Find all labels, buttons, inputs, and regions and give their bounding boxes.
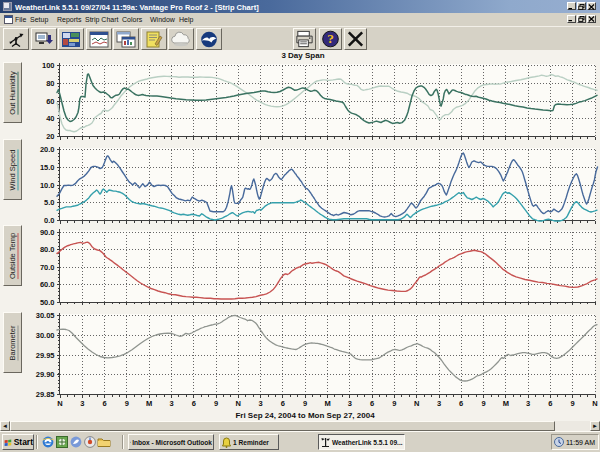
svg-text:90.0: 90.0	[40, 228, 55, 237]
svg-text:6: 6	[281, 399, 285, 408]
svg-text:M: M	[324, 399, 330, 408]
svg-text:60: 60	[46, 97, 54, 106]
svg-text:N: N	[236, 399, 241, 408]
svg-text:10.0: 10.0	[40, 181, 55, 190]
svg-text:9: 9	[392, 399, 396, 408]
svg-text:9: 9	[571, 399, 575, 408]
svg-text:3: 3	[259, 399, 263, 408]
svg-text:30.00: 30.00	[36, 331, 55, 340]
svg-text:29.85: 29.85	[36, 390, 55, 399]
svg-text:15.0: 15.0	[40, 163, 55, 172]
svg-text:3: 3	[348, 399, 352, 408]
svg-text:Fri Sep 24, 2004 to Mon Sep: Fri Sep 24, 2004 to Mon Sep 27, 2004	[235, 411, 375, 420]
svg-text:29.90: 29.90	[36, 370, 55, 379]
svg-text:6: 6	[459, 399, 463, 408]
svg-text:N: N	[592, 399, 597, 408]
svg-text:6: 6	[548, 399, 552, 408]
svg-text:9: 9	[125, 399, 129, 408]
svg-text:3: 3	[169, 399, 173, 408]
svg-text:3: 3	[526, 399, 530, 408]
svg-text:3: 3	[437, 399, 441, 408]
svg-text:29.95: 29.95	[36, 351, 55, 360]
svg-text:6: 6	[192, 399, 196, 408]
svg-text:20.0: 20.0	[40, 145, 55, 154]
svg-text:100: 100	[42, 61, 55, 70]
svg-text:3 Day Span: 3 Day Span	[281, 51, 324, 60]
svg-text:9: 9	[303, 399, 307, 408]
svg-text:20: 20	[46, 132, 54, 141]
svg-text:50.0: 50.0	[40, 298, 55, 307]
svg-text:30.05: 30.05	[36, 311, 55, 320]
svg-text:80.0: 80.0	[40, 245, 55, 254]
svg-text:3: 3	[80, 399, 84, 408]
svg-text:6: 6	[103, 399, 107, 408]
svg-text:60.0: 60.0	[40, 280, 55, 289]
svg-text:M: M	[503, 399, 509, 408]
svg-text:?: ?	[327, 31, 334, 46]
svg-text:9: 9	[481, 399, 485, 408]
svg-text:80: 80	[46, 79, 54, 88]
svg-text:N: N	[57, 399, 62, 408]
svg-text:70.0: 70.0	[40, 263, 55, 272]
svg-text:M: M	[146, 399, 152, 408]
svg-text:40: 40	[46, 114, 54, 123]
svg-text:5.0: 5.0	[44, 198, 54, 207]
svg-text:9: 9	[214, 399, 218, 408]
svg-text:0.0: 0.0	[44, 216, 54, 225]
svg-text:6: 6	[370, 399, 374, 408]
svg-text:N: N	[414, 399, 419, 408]
